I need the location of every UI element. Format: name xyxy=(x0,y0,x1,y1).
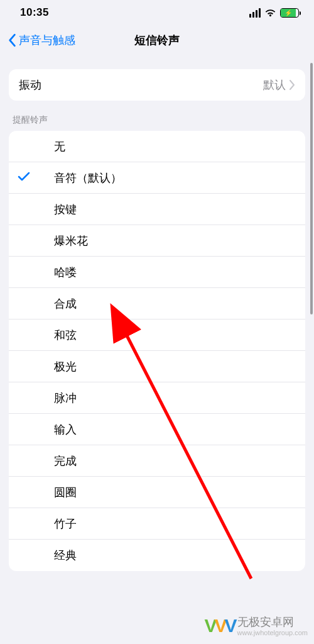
checkmark-icon xyxy=(18,171,30,185)
nav-header: 声音与触感 短信铃声 xyxy=(0,25,314,55)
ringtone-row[interactable]: 竹子 xyxy=(9,508,305,540)
back-label: 声音与触感 xyxy=(19,33,75,48)
watermark: VVV 无极安卓网 www.jwhotelgroup.com xyxy=(204,614,308,636)
ringtone-row[interactable]: 哈喽 xyxy=(9,257,305,288)
wifi-icon xyxy=(264,8,276,17)
back-button[interactable]: 声音与触感 xyxy=(8,33,75,48)
chevron-left-icon xyxy=(8,33,16,47)
ringtone-label: 竹子 xyxy=(19,516,77,531)
ringtone-label: 爆米花 xyxy=(19,233,88,248)
ringtone-row[interactable]: 音符（默认） xyxy=(9,162,305,194)
vibration-label: 振动 xyxy=(19,77,263,92)
ringtones-section: 提醒铃声 无音符（默认）按键爆米花哈喽合成和弦极光脉冲输入完成圆圈竹子经典 xyxy=(9,114,305,571)
ringtone-label: 合成 xyxy=(19,296,77,311)
ringtone-label: 极光 xyxy=(19,359,77,374)
vibration-value: 默认 xyxy=(263,77,286,92)
status-bar: 10:35 ⚡ xyxy=(0,0,314,25)
ringtone-label: 经典 xyxy=(19,548,77,563)
ringtone-row[interactable]: 爆米花 xyxy=(9,225,305,257)
vibration-row[interactable]: 振动 默认 xyxy=(9,69,305,101)
page-title: 短信铃声 xyxy=(134,33,180,48)
ringtone-row[interactable]: 合成 xyxy=(9,288,305,319)
watermark-url: www.jwhotelgroup.com xyxy=(237,630,308,636)
ringtone-label: 按键 xyxy=(19,202,77,217)
ringtone-label: 无 xyxy=(19,139,65,154)
cellular-signal-icon xyxy=(249,8,261,18)
ringtone-row[interactable]: 脉冲 xyxy=(9,382,305,414)
ringtone-row[interactable]: 圆圈 xyxy=(9,477,305,508)
vibration-section: 振动 默认 xyxy=(9,69,305,101)
watermark-brand: 无极安卓网 xyxy=(237,616,294,628)
ringtone-label: 圆圈 xyxy=(19,485,77,500)
ringtone-row[interactable]: 输入 xyxy=(9,414,305,445)
ringtones-header: 提醒铃声 xyxy=(9,114,305,131)
ringtone-row[interactable]: 经典 xyxy=(9,540,305,571)
ringtone-label: 输入 xyxy=(19,422,77,437)
status-right: ⚡ xyxy=(249,8,299,18)
scroll-indicator xyxy=(310,63,313,314)
ringtone-row[interactable]: 极光 xyxy=(9,351,305,382)
ringtone-row[interactable]: 无 xyxy=(9,131,305,162)
ringtone-label: 哈喽 xyxy=(19,265,77,280)
ringtone-label: 完成 xyxy=(19,453,77,469)
watermark-logo-icon: VVV xyxy=(204,615,234,636)
ringtone-row[interactable]: 完成 xyxy=(9,445,305,477)
charging-bolt-icon: ⚡ xyxy=(284,9,292,16)
ringtone-list: 无音符（默认）按键爆米花哈喽合成和弦极光脉冲输入完成圆圈竹子经典 xyxy=(9,131,305,571)
battery-icon: ⚡ xyxy=(280,8,299,18)
ringtone-label: 和弦 xyxy=(19,328,77,343)
chevron-right-icon xyxy=(290,80,295,90)
ringtone-label: 脉冲 xyxy=(19,391,77,406)
ringtone-row[interactable]: 按键 xyxy=(9,194,305,225)
status-time: 10:35 xyxy=(20,6,49,19)
ringtone-row[interactable]: 和弦 xyxy=(9,319,305,351)
ringtone-label: 音符（默认） xyxy=(19,170,122,186)
